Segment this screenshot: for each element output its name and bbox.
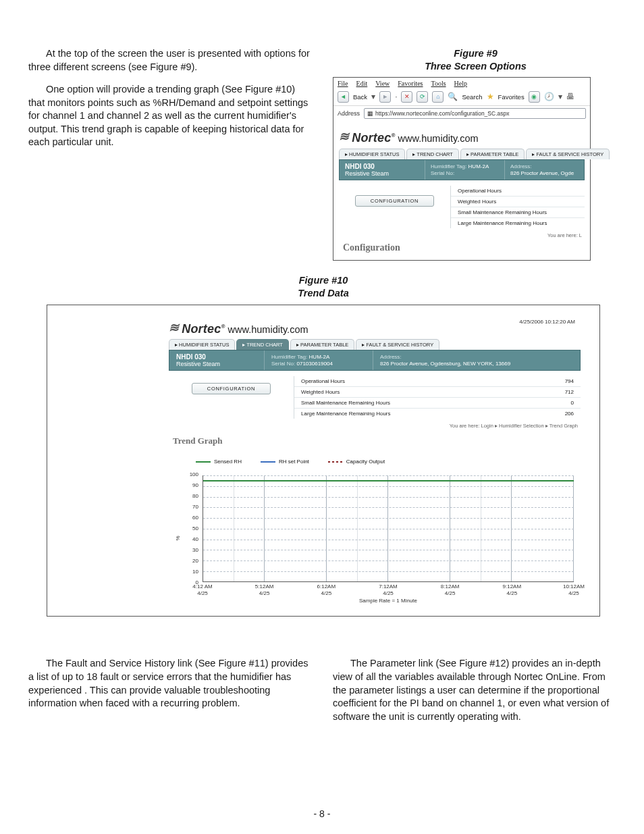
address-label-hdr: Address: [380,354,402,360]
quick-stats: CONFIGURATION Operational Hours Weighted… [339,186,585,228]
page-icon: ▦ [367,110,373,117]
menu-file[interactable]: File [338,80,348,87]
print-icon[interactable]: 🖶 [566,92,574,101]
device-header: NHDI 030 Resistive Steam Humidifier Tag:… [339,159,585,180]
figure-9-frame: File Edit View Favorites Tools Help ◄ Ba… [333,77,591,261]
menu-tools[interactable]: Tools [431,80,446,87]
tag-label: Humidifier Tag: [271,354,307,360]
back-icon[interactable]: ◄ [338,91,349,103]
media-icon[interactable]: ◉ [529,91,540,103]
sample-rate-label: Sample Rate = 1 Minute [359,598,417,604]
app-content: ≋Nortec® www.humidity.com ▸ HUMIDIFIER S… [333,124,590,260]
bottom-section: The Fault and Service History link (See … [28,657,618,733]
table-row: Operational Hours [451,186,585,197]
table-row: Operational Hours794 [294,376,581,387]
nav-tabs: ▸ HUMIDIFIER STATUS ▸ TREND CHART ▸ PARA… [339,149,585,159]
brand-subtext: www.humidity.com [228,324,308,335]
top-section: At the top of the screen the user is pre… [28,47,618,261]
legend-item: Sensed RH [196,459,242,465]
chart-legend: Sensed RH RH set Point Capacity Output [196,459,581,465]
address-bar: Address ▦ https://www.norteconline.com/c… [333,106,590,124]
tab-fault-service[interactable]: ▸ FAULT & SERVICE HISTORY [526,149,610,159]
bottom-left-paragraph: The Fault and Service History link (See … [28,657,314,710]
home-icon[interactable]: ⌂ [432,91,444,103]
section-title: Trend Graph [173,436,581,446]
quick-stats-table: Operational Hours794 Weighted Hours712 S… [294,376,581,419]
figure-9-caption-l2: Three Screen Options [425,61,527,72]
device-type: Resistive Steam [176,361,257,367]
search-label[interactable]: Search [462,93,482,101]
tab-trend-chart[interactable]: ▸ TREND CHART [236,339,289,350]
legend-item: Capacity Output [328,459,385,465]
device-type: Resistive Steam [345,170,419,177]
serial-label: Serial No: [431,170,454,176]
device-model: NHDI 030 [345,163,419,170]
table-row: Large Maintenance Remaining Hours206 [294,409,581,419]
mail-dropdown-icon[interactable]: ▾ [558,92,562,101]
address-label-hdr: Address: [510,163,532,170]
dropdown-icon[interactable]: ▾ [371,92,375,101]
configuration-button[interactable]: CONFIGURATION [192,383,271,394]
bottom-right-paragraph: The Parameter link (See Figure #12) prov… [333,657,618,723]
timestamp: 4/25/2006 10:12:20 AM [519,319,575,325]
tag-value: HUM-2A [468,163,489,170]
plot-area [203,475,574,582]
stop-icon[interactable]: ✕ [401,91,412,103]
menu-favorites[interactable]: Favorites [398,80,423,87]
address-value: 826 Proctor Avenue, Ogde [510,170,574,176]
trend-chart: % 0102030405060708090100 Sample Rate = 1… [178,474,581,602]
browser-menu-bar: File Edit View Favorites Tools Help [333,78,590,89]
history-icon[interactable]: 🕗 [544,92,554,101]
figure-9-caption-l1: Figure #9 [454,48,497,59]
figure-9-caption: Figure #9 Three Screen Options [333,47,618,73]
table-row: Small Maintenance Remaining Hours [451,207,585,218]
intro-text-column: At the top of the screen the user is pre… [28,47,314,159]
search-icon[interactable]: 🔍 [448,92,458,101]
separator-icon: · [395,92,397,101]
figure-10-frame: 4/25/2006 10:12:20 AM ≋Nortec® www.humid… [47,305,600,617]
serial-label: Serial No: [271,361,295,367]
back-label[interactable]: Back [353,93,367,101]
address-value: 826 Proctor Avenue, Ogdensburg, NEW YORK… [380,361,510,367]
table-row: Weighted Hours712 [294,387,581,398]
tab-parameter-table[interactable]: ▸ PARAMETER TABLE [290,339,354,350]
figure-10-caption: Figure #10 Trend Data [28,274,618,300]
section-title: Configuration [343,242,585,253]
menu-edit[interactable]: Edit [356,80,368,87]
figure-9-column: Figure #9 Three Screen Options File Edit… [333,47,618,261]
tag-label: Humidifier Tag: [431,163,466,170]
tab-humidifier-status[interactable]: ▸ HUMIDIFIER STATUS [169,339,235,350]
favorites-star-icon[interactable]: ★ [487,92,494,101]
brand-subtext: www.humidity.com [398,133,479,144]
x-axis-ticks: Sample Rate = 1 Minute 4:12 AM4/255:12AM… [203,583,574,602]
tab-humidifier-status[interactable]: ▸ HUMIDIFIER STATUS [339,149,405,159]
device-header: NHDI 030 Resistive Steam Humidifier Tag:… [169,350,581,371]
address-input[interactable]: ▦ https://www.norteconline.com/configura… [364,108,586,119]
legend-swatch-icon [261,461,275,463]
table-row: Weighted Hours [451,197,585,207]
configuration-button[interactable]: CONFIGURATION [355,195,434,207]
tab-fault-service[interactable]: ▸ FAULT & SERVICE HISTORY [356,339,439,350]
bottom-right-column: The Parameter link (See Figure #12) prov… [333,657,618,733]
forward-icon[interactable]: ► [379,91,391,103]
breadcrumb: You are here: L [339,232,582,238]
brand-wave-icon: ≋ [169,320,179,335]
brand-logo: ≋Nortec® www.humidity.com [339,129,585,145]
address-url: https://www.norteconline.com/configurati… [375,110,509,117]
intro-paragraph-2: One option will provide a trending graph… [28,83,314,149]
legend-item: RH set Point [261,459,309,465]
table-row: Large Maintenance Remaining Hours [451,218,585,228]
menu-help[interactable]: Help [454,80,467,87]
favorites-label[interactable]: Favorites [498,93,525,101]
figure-10-caption-l1: Figure #10 [299,275,348,286]
device-model: NHDI 030 [176,353,257,361]
tab-trend-chart[interactable]: ▸ TREND CHART [406,149,459,159]
refresh-icon[interactable]: ⟳ [417,91,428,103]
menu-view[interactable]: View [375,80,390,87]
brand-wave-icon: ≋ [339,129,349,144]
nav-tabs: ▸ HUMIDIFIER STATUS ▸ TREND CHART ▸ PARA… [169,339,581,350]
tab-parameter-table[interactable]: ▸ PARAMETER TABLE [460,149,525,159]
bottom-left-column: The Fault and Service History link (See … [28,657,314,719]
quick-stats-table: Operational Hours Weighted Hours Small M… [450,186,585,228]
figure-10-caption-l2: Trend Data [298,288,348,298]
